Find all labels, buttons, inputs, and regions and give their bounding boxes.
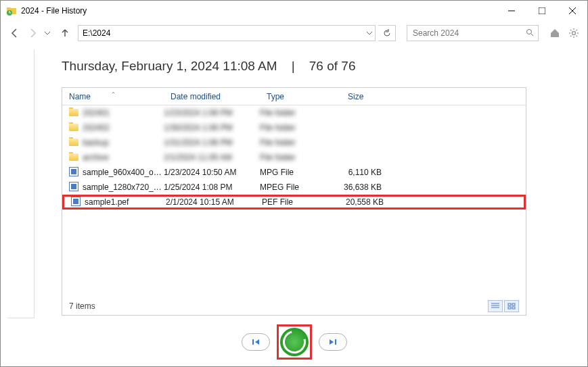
file-date: 1/23/2024 1:06 PM (164, 108, 260, 118)
folder-icon (69, 137, 80, 148)
settings-gear-icon[interactable] (567, 26, 581, 40)
column-header-name[interactable]: ⌃ Name (62, 92, 164, 101)
view-details-button[interactable] (488, 300, 503, 312)
address-text: E:\2024 (83, 28, 110, 38)
history-dropdown-icon[interactable] (43, 30, 52, 36)
file-date: 1/23/2024 10:50 AM (164, 168, 260, 177)
svg-rect-13 (508, 307, 511, 309)
file-name: 202401 (83, 108, 164, 118)
file-row[interactable]: sample_960x400_oc...1/23/2024 10:50 AMMP… (62, 165, 526, 180)
history-navigation-controls (242, 324, 347, 360)
file-type: MPG File (260, 168, 341, 177)
snapshot-datetime: Thursday, February 1, 2024 11:08 AM (62, 59, 277, 73)
column-header-size[interactable]: Size (341, 92, 392, 101)
file-type: File folder (260, 153, 341, 162)
file-icon (69, 182, 80, 193)
svg-rect-2 (539, 7, 545, 14)
svg-rect-16 (335, 339, 336, 345)
titlebar: 2024 - File History (1, 1, 587, 21)
refresh-button[interactable] (378, 25, 396, 41)
folder-icon (69, 152, 80, 163)
up-button[interactable] (58, 26, 72, 41)
item-count: 7 items (69, 301, 95, 311)
file-icon (71, 197, 82, 207)
file-row[interactable]: sample1.pef2/1/2024 10:15 AMPEF File20,5… (62, 195, 526, 210)
file-name: sample_960x400_oc... (83, 168, 164, 177)
file-type: File folder (260, 108, 341, 118)
sidebar-panel-edge (7, 49, 35, 318)
file-type: File folder (260, 138, 341, 147)
svg-point-5 (527, 30, 532, 34)
svg-rect-15 (252, 339, 254, 345)
back-button[interactable] (7, 26, 22, 41)
svg-rect-11 (508, 303, 511, 305)
search-input[interactable] (411, 28, 534, 39)
file-date: 2/1/2024 11:05 AM (164, 153, 260, 162)
file-row[interactable]: archive2/1/2024 11:05 AMFile folder (62, 150, 526, 165)
maximize-button[interactable] (526, 1, 557, 21)
snapshot-counter: 76 of 76 (309, 59, 356, 73)
file-type: File folder (260, 123, 341, 132)
address-bar[interactable]: E:\2024 (78, 25, 376, 41)
file-name: archive (83, 153, 164, 162)
file-name: sample_1280x720_s... (83, 182, 164, 192)
file-list: ⌃ Name Date modified Type Size 2024011/2… (62, 87, 526, 316)
column-header-type[interactable]: Type (260, 92, 341, 101)
next-version-button[interactable] (319, 333, 347, 351)
previous-version-button[interactable] (242, 333, 270, 351)
search-icon (526, 27, 534, 39)
restore-button[interactable] (280, 328, 309, 356)
minimize-button[interactable] (496, 1, 526, 21)
column-headers: ⌃ Name Date modified Type Size (62, 88, 526, 105)
file-date: 2/1/2024 10:15 AM (166, 197, 262, 207)
svg-rect-14 (512, 307, 515, 309)
home-icon[interactable] (548, 26, 562, 40)
file-icon (69, 167, 80, 178)
search-box[interactable] (407, 25, 539, 41)
file-size: 36,638 KB (341, 182, 392, 192)
file-type: PEF File (262, 197, 343, 207)
file-row[interactable]: 2024021/30/2024 1:06 PMFile folder (62, 120, 526, 135)
file-size: 6,110 KB (341, 168, 392, 177)
folder-icon (69, 107, 80, 118)
page-header: Thursday, February 1, 2024 11:08 AM | 76… (62, 59, 526, 74)
file-name: 202402 (83, 123, 164, 132)
svg-point-7 (572, 32, 576, 35)
file-name: backup (83, 138, 164, 147)
folder-history-icon (6, 5, 17, 16)
file-size: 20,558 KB (343, 197, 394, 207)
file-type: MPEG File (260, 182, 341, 192)
status-bar: 7 items (62, 297, 526, 315)
window-title: 2024 - File History (21, 6, 496, 16)
navigation-toolbar: E:\2024 (1, 21, 587, 45)
file-name: sample1.pef (85, 197, 166, 207)
svg-line-6 (531, 34, 533, 36)
folder-icon (69, 122, 80, 133)
svg-rect-12 (512, 303, 515, 305)
file-row[interactable]: backup1/31/2024 1:06 PMFile folder (62, 135, 526, 150)
file-date: 1/31/2024 1:06 PM (164, 138, 260, 147)
sort-ascending-icon: ⌃ (111, 91, 116, 97)
column-header-date[interactable]: Date modified (164, 92, 260, 101)
close-button[interactable] (557, 1, 587, 21)
file-row[interactable]: 2024011/23/2024 1:06 PMFile folder (62, 105, 526, 120)
file-date: 1/30/2024 1:06 PM (164, 123, 260, 132)
view-icons-button[interactable] (504, 300, 519, 312)
forward-button[interactable] (25, 26, 40, 41)
file-row[interactable]: sample_1280x720_s...1/25/2024 1:08 PMMPE… (62, 180, 526, 195)
file-date: 1/25/2024 1:08 PM (164, 182, 260, 192)
restore-button-highlight (277, 324, 312, 360)
address-dropdown-icon[interactable] (367, 28, 372, 38)
